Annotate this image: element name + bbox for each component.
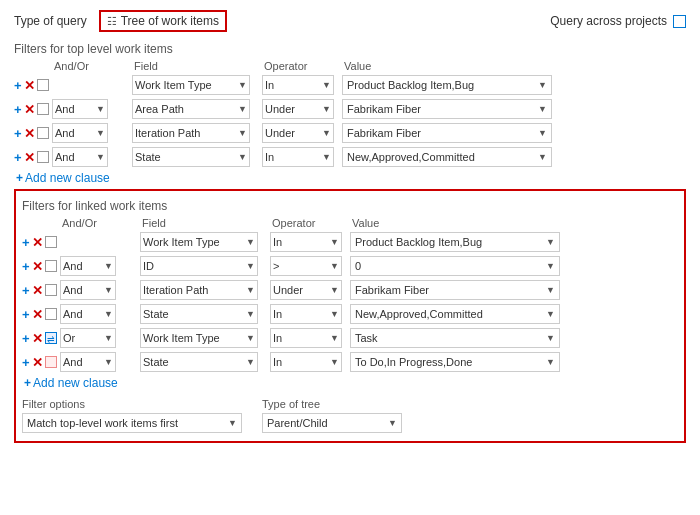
row1-operator[interactable]: In ▼ [262, 75, 334, 95]
row3-andor-chevron: ▼ [96, 128, 105, 138]
row3-chk[interactable] [37, 127, 49, 139]
filter-options-select[interactable]: Match top-level work items first ▼ [22, 413, 242, 433]
lrow4-operator[interactable]: In ▼ [270, 304, 342, 324]
lrow1-op-chevron: ▼ [330, 237, 339, 247]
lrow6-plus[interactable]: + [22, 356, 30, 369]
row4-plus[interactable]: + [14, 151, 22, 164]
row3-actions: + ✕ [14, 127, 52, 140]
tree-type-select[interactable]: Parent/Child ▼ [262, 413, 402, 433]
lrow3-chk[interactable] [45, 284, 57, 296]
lrow3-value[interactable]: Fabrikam Fiber ▼ [350, 280, 560, 300]
row1-plus[interactable]: + [14, 79, 22, 92]
lrow1-chk[interactable] [45, 236, 57, 248]
row3-value[interactable]: Fabrikam Fiber ▼ [342, 123, 552, 143]
top-col-headers: And/Or Field Operator Value [14, 60, 686, 72]
row4-x[interactable]: ✕ [24, 151, 35, 164]
lrow2-plus[interactable]: + [22, 260, 30, 273]
lrow6-chk-pink[interactable] [45, 356, 57, 368]
lrow6-value[interactable]: To Do,In Progress,Done ▼ [350, 352, 560, 372]
tree-icon: ☷ [107, 15, 117, 28]
lrow6-operator[interactable]: In ▼ [270, 352, 342, 372]
lrow6-x[interactable]: ✕ [32, 356, 43, 369]
row2-chk[interactable] [37, 103, 49, 115]
filter-options-label: Filter options [22, 398, 242, 410]
lrow6-andor[interactable]: And ▼ [60, 352, 116, 372]
row2-field[interactable]: Area Path ▼ [132, 99, 250, 119]
lrow3-andor[interactable]: And ▼ [60, 280, 116, 300]
row1-x[interactable]: ✕ [24, 79, 35, 92]
query-type-box[interactable]: ☷ Tree of work items [99, 10, 227, 32]
row4-field[interactable]: State ▼ [132, 147, 250, 167]
row2-x[interactable]: ✕ [24, 103, 35, 116]
lrow4-x[interactable]: ✕ [32, 308, 43, 321]
row3-andor[interactable]: And ▼ [52, 123, 108, 143]
top-col-andor: And/Or [54, 60, 134, 72]
row3-plus[interactable]: + [14, 127, 22, 140]
lrow5-op-chevron: ▼ [330, 333, 339, 343]
query-type-value: Tree of work items [121, 14, 219, 28]
top-add-clause[interactable]: + Add new clause [16, 171, 686, 185]
linked-filter-row-2: + ✕ And ▼ ID ▼ > ▼ 0 ▼ [22, 255, 678, 277]
lrow4-op-chevron: ▼ [330, 309, 339, 319]
lrow1-field[interactable]: Work Item Type ▼ [140, 232, 258, 252]
row2-andor[interactable]: And ▼ [52, 99, 108, 119]
row2-op-chevron: ▼ [322, 104, 331, 114]
lrow4-chk[interactable] [45, 308, 57, 320]
lrow2-andor[interactable]: And ▼ [60, 256, 116, 276]
row1-chk[interactable] [37, 79, 49, 91]
top-filter-row-4: + ✕ And ▼ State ▼ In ▼ New,Approved,Comm… [14, 146, 686, 168]
row4-chk[interactable] [37, 151, 49, 163]
row2-actions: + ✕ [14, 103, 52, 116]
lrow1-plus[interactable]: + [22, 236, 30, 249]
lrow5-field[interactable]: Work Item Type ▼ [140, 328, 258, 348]
lrow1-operator[interactable]: In ▼ [270, 232, 342, 252]
lrow4-field[interactable]: State ▼ [140, 304, 258, 324]
row2-operator[interactable]: Under ▼ [262, 99, 334, 119]
lrow5-andor[interactable]: Or ▼ [60, 328, 116, 348]
query-across-label: Query across projects [550, 14, 667, 28]
row3-operator[interactable]: Under ▼ [262, 123, 334, 143]
linked-filters-section: Filters for linked work items And/Or Fie… [14, 189, 686, 443]
lrow3-field[interactable]: Iteration Path ▼ [140, 280, 258, 300]
row1-field[interactable]: Work Item Type ▼ [132, 75, 250, 95]
lrow3-x[interactable]: ✕ [32, 284, 43, 297]
row3-field[interactable]: Iteration Path ▼ [132, 123, 250, 143]
row4-operator[interactable]: In ▼ [262, 147, 334, 167]
row1-value[interactable]: Product Backlog Item,Bug ▼ [342, 75, 552, 95]
linked-col-field: Field [142, 217, 272, 229]
row1-field-chevron: ▼ [238, 80, 247, 90]
lrow6-field[interactable]: State ▼ [140, 352, 258, 372]
lrow4-plus[interactable]: + [22, 308, 30, 321]
row4-value[interactable]: New,Approved,Committed ▼ [342, 147, 552, 167]
lrow5-plus[interactable]: + [22, 332, 30, 345]
lrow2-x[interactable]: ✕ [32, 260, 43, 273]
lrow1-x[interactable]: ✕ [32, 236, 43, 249]
row2-plus[interactable]: + [14, 103, 22, 116]
query-across-checkbox[interactable] [673, 15, 686, 28]
lrow1-value[interactable]: Product Backlog Item,Bug ▼ [350, 232, 560, 252]
linked-add-clause[interactable]: + Add new clause [24, 376, 678, 390]
lrow5-operator[interactable]: In ▼ [270, 328, 342, 348]
lrow2-field[interactable]: ID ▼ [140, 256, 258, 276]
lrow3-plus[interactable]: + [22, 284, 30, 297]
row2-value[interactable]: Fabrikam Fiber ▼ [342, 99, 552, 119]
lrow5-chk-link[interactable]: ⇌ [45, 332, 57, 344]
top-add-clause-label: Add new clause [25, 171, 110, 185]
lrow6-andor-chevron: ▼ [104, 357, 113, 367]
lrow3-operator[interactable]: Under ▼ [270, 280, 342, 300]
row4-val-chevron: ▼ [538, 152, 547, 162]
header-row: Type of query ☷ Tree of work items Query… [14, 10, 686, 32]
lrow5-value[interactable]: Task ▼ [350, 328, 560, 348]
lrow4-andor[interactable]: And ▼ [60, 304, 116, 324]
row3-op-chevron: ▼ [322, 128, 331, 138]
lrow2-value[interactable]: 0 ▼ [350, 256, 560, 276]
row4-andor[interactable]: And ▼ [52, 147, 108, 167]
lrow2-chk[interactable] [45, 260, 57, 272]
lrow5-field-chevron: ▼ [246, 333, 255, 343]
lrow2-operator[interactable]: > ▼ [270, 256, 342, 276]
lrow5-x[interactable]: ✕ [32, 332, 43, 345]
row3-x[interactable]: ✕ [24, 127, 35, 140]
row1-val-chevron: ▼ [538, 80, 547, 90]
lrow6-val-chevron: ▼ [546, 357, 555, 367]
lrow4-value[interactable]: New,Approved,Committed ▼ [350, 304, 560, 324]
